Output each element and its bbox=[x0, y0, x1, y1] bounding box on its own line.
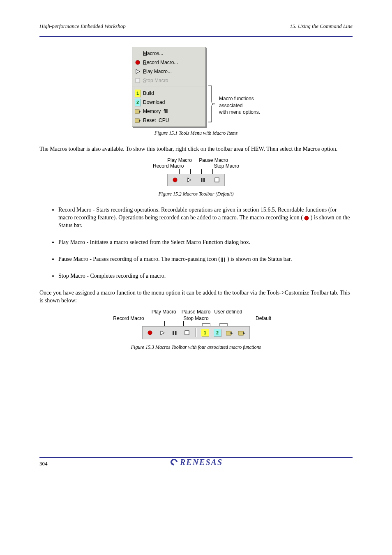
svg-rect-18 bbox=[175, 331, 177, 335]
list-item: Pause Macro - Pauses recording of a macr… bbox=[58, 256, 353, 263]
body-paragraph: The Macros toolbar is also available. To… bbox=[39, 145, 353, 153]
toolbar-label: User defined bbox=[214, 309, 242, 315]
macro-shortcut-default-1[interactable] bbox=[226, 329, 234, 337]
svg-rect-10 bbox=[203, 178, 205, 182]
macro-shortcut-1[interactable]: 1 bbox=[201, 329, 209, 337]
folder-run-icon bbox=[135, 117, 141, 123]
macros-toolbar bbox=[167, 174, 225, 186]
svg-point-12 bbox=[304, 216, 309, 220]
svg-marker-21 bbox=[231, 332, 233, 334]
stop-square-icon bbox=[135, 78, 141, 83]
macro-shortcut-default-2[interactable] bbox=[238, 329, 246, 337]
svg-marker-16 bbox=[161, 331, 164, 335]
tick-line bbox=[190, 169, 191, 174]
svg-rect-13 bbox=[221, 258, 223, 262]
toolbar-label: Pause Macro bbox=[196, 157, 228, 163]
play-macro-button[interactable] bbox=[158, 329, 166, 337]
figure-annotation: Macro functions associated with menu opt… bbox=[218, 95, 260, 115]
toolbar-label: Pause Macro bbox=[182, 309, 211, 315]
svg-rect-14 bbox=[224, 258, 225, 262]
top-rule bbox=[39, 36, 353, 37]
play-macro-button[interactable] bbox=[185, 176, 193, 184]
macro-shortcut-2[interactable]: 2 bbox=[213, 329, 221, 337]
svg-point-15 bbox=[148, 331, 152, 335]
list-item: Record Macro - Starts recording operatio… bbox=[58, 206, 353, 230]
menu-item-stop-macro: Stop Macro bbox=[134, 76, 204, 85]
tick-line bbox=[179, 169, 180, 174]
record-circle-icon bbox=[304, 214, 309, 222]
menu-item-memory-fill[interactable]: Memory_fill bbox=[134, 107, 204, 116]
toolbar-label: Default bbox=[247, 315, 279, 321]
svg-marker-23 bbox=[243, 332, 245, 334]
folder-run-icon bbox=[135, 108, 141, 114]
figure-macros-toolbar-default: Play Macro Pause Macro Record Macro Stop… bbox=[153, 157, 239, 186]
list-item: Stop Macro - Completes recording of a ma… bbox=[58, 272, 353, 280]
stop-macro-button[interactable] bbox=[213, 176, 221, 184]
svg-marker-1 bbox=[136, 69, 140, 74]
svg-rect-2 bbox=[136, 78, 140, 83]
svg-rect-11 bbox=[215, 178, 219, 182]
menu-item-record-macro[interactable]: Record Macro... bbox=[134, 58, 204, 67]
badge-1-icon: 1 bbox=[135, 90, 141, 96]
toolbar-label: Record Macro bbox=[153, 163, 184, 169]
figure-caption-2: Figure 15.2 Macros Toolbar (Default) bbox=[39, 191, 353, 197]
stop-macro-button[interactable] bbox=[183, 329, 191, 337]
pause-icon bbox=[221, 256, 226, 263]
svg-point-7 bbox=[173, 178, 177, 182]
play-triangle-icon bbox=[135, 69, 141, 74]
figure-tools-menu: Macros... Record Macro... Play Macro... bbox=[132, 47, 260, 127]
toolbar-label: Stop Macro bbox=[180, 315, 212, 321]
menu-panel: Macros... Record Macro... Play Macro... bbox=[132, 47, 206, 127]
header-left: High-performance Embedded Workshop bbox=[39, 23, 126, 30]
list-item: Play Macro - Initiates a macro selected … bbox=[58, 239, 353, 246]
record-macro-button[interactable] bbox=[146, 329, 154, 337]
toolbar-label: Play Macro bbox=[164, 157, 192, 163]
svg-rect-19 bbox=[185, 331, 189, 335]
svg-rect-9 bbox=[201, 178, 203, 182]
figure-macros-toolbar-extended: Play Macro Pause Macro User defined Reco… bbox=[113, 309, 279, 339]
figure-caption-1: Figure 15.1 Tools Menu with Macro Items bbox=[39, 130, 353, 136]
body-paragraph: Once you have assigned a macro function … bbox=[39, 289, 353, 305]
tick-line bbox=[193, 321, 193, 326]
tick-line bbox=[174, 321, 174, 326]
menu-item-build[interactable]: 1 Build bbox=[134, 89, 204, 98]
blank-icon bbox=[135, 51, 141, 56]
menu-item-download[interactable]: 2 Download bbox=[134, 98, 204, 107]
tick-line bbox=[183, 321, 184, 326]
menu-item-label: Download bbox=[143, 99, 165, 105]
tick-line bbox=[164, 321, 165, 326]
svg-point-0 bbox=[136, 60, 140, 64]
menu-item-reset-cpu[interactable]: Reset_CPU bbox=[134, 116, 204, 125]
record-circle-icon bbox=[135, 60, 141, 65]
menu-item-label: Build bbox=[143, 90, 154, 96]
figure-caption-3: Figure 15.3 Macros Toolbar with four ass… bbox=[39, 344, 353, 350]
page-number: 304 bbox=[39, 461, 48, 467]
badge-2-icon: 2 bbox=[135, 99, 141, 105]
toolbar-label: Play Macro bbox=[150, 309, 178, 315]
bracket-icon bbox=[219, 321, 228, 326]
tick-line bbox=[201, 169, 202, 174]
toolbar-divider bbox=[195, 328, 197, 337]
menu-item-play-macro[interactable]: Play Macro... bbox=[134, 67, 204, 76]
svg-rect-17 bbox=[173, 331, 174, 335]
bracket-icon bbox=[202, 321, 210, 326]
tick-line bbox=[212, 169, 213, 174]
toolbar-label: Stop Macro bbox=[214, 163, 239, 169]
macros-toolbar-extended: 1 2 bbox=[142, 326, 250, 339]
header-right: 15. Using the Command Line bbox=[290, 23, 353, 30]
pause-macro-button[interactable] bbox=[171, 329, 179, 337]
svg-marker-8 bbox=[187, 178, 191, 182]
menu-item-macros[interactable]: Macros... bbox=[134, 49, 204, 58]
brace-icon bbox=[206, 85, 218, 123]
bullet-list: Record Macro - Starts recording operatio… bbox=[39, 206, 353, 280]
menu-item-label: Reset_CPU bbox=[143, 117, 169, 123]
record-macro-button[interactable] bbox=[171, 176, 179, 184]
pause-macro-button[interactable] bbox=[199, 176, 207, 184]
toolbar-label: Record Macro bbox=[113, 315, 145, 321]
menu-item-label: Memory_fill bbox=[143, 108, 168, 114]
renesas-logo: RENESAS bbox=[169, 458, 223, 467]
